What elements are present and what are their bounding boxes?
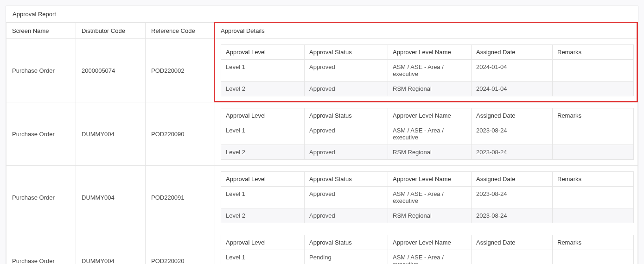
cell-approver-level-name: ASM / ASE - Area / executive bbox=[388, 123, 472, 145]
cell-assigned-date: 2024-01-04 bbox=[472, 82, 553, 96]
approval-details-table: Approval LevelApproval StatusApprover Le… bbox=[221, 171, 634, 223]
approval-details-table: Approval LevelApproval StatusApprover Le… bbox=[221, 108, 634, 160]
approver-level-name-header: Approver Level Name bbox=[388, 45, 472, 60]
detail-row: Level 1ApprovedASM / ASE - Area / execut… bbox=[221, 60, 634, 82]
approval-status-header: Approval Status bbox=[305, 108, 388, 123]
cell-approval-status: Approved bbox=[305, 82, 388, 96]
detail-row: Level 2ApprovedRSM Regional2023-08-24 bbox=[221, 208, 634, 223]
cell-assigned-date: 2023-08-24 bbox=[472, 187, 553, 208]
cell-distributor-code: DUMMY004 bbox=[76, 166, 146, 229]
cell-remarks bbox=[553, 145, 634, 160]
cell-approval-level: Level 2 bbox=[221, 145, 305, 160]
cell-reference-code: POD220091 bbox=[146, 166, 215, 229]
cell-approval-status: Pending bbox=[305, 250, 388, 264]
cell-approval-level: Level 2 bbox=[221, 208, 305, 223]
cell-approval-level: Level 2 bbox=[221, 82, 305, 96]
cell-approval-level: Level 1 bbox=[221, 123, 305, 145]
cell-approval-status: Approved bbox=[305, 187, 388, 208]
cell-approver-level-name: RSM Regional bbox=[388, 145, 472, 160]
cell-approval-status: Approved bbox=[305, 60, 388, 82]
remarks-header: Remarks bbox=[553, 172, 634, 187]
assigned-date-header: Assigned Date bbox=[472, 235, 553, 250]
assigned-date-header: Assigned Date bbox=[472, 172, 553, 187]
table-row: Purchase OrderDUMMY004POD220020Approval … bbox=[6, 229, 638, 264]
report-panel: Approval Report Screen Name Distributor … bbox=[6, 6, 638, 264]
table-row: Purchase OrderDUMMY004POD220091Approval … bbox=[6, 166, 638, 229]
table-row: Purchase Order2000005074POD220002Approva… bbox=[6, 39, 638, 102]
cell-remarks bbox=[553, 187, 634, 208]
cell-approval-level: Level 1 bbox=[221, 187, 305, 208]
approval-level-header: Approval Level bbox=[221, 45, 305, 60]
detail-row: Level 2ApprovedRSM Regional2024-01-04 bbox=[221, 82, 634, 96]
approval-details-table: Approval LevelApproval StatusApprover Le… bbox=[221, 235, 634, 264]
cell-screen-name: Purchase Order bbox=[6, 102, 76, 166]
cell-screen-name: Purchase Order bbox=[6, 39, 76, 102]
cell-approval-status: Approved bbox=[305, 123, 388, 145]
assigned-date-header: Assigned Date bbox=[472, 45, 553, 60]
col-header-screen-name: Screen Name bbox=[6, 23, 76, 39]
cell-distributor-code: DUMMY004 bbox=[76, 102, 146, 166]
cell-approval-level: Level 1 bbox=[221, 250, 305, 264]
cell-reference-code: POD220002 bbox=[146, 39, 215, 102]
remarks-header: Remarks bbox=[553, 108, 634, 123]
approver-level-name-header: Approver Level Name bbox=[388, 108, 472, 123]
table-row: Purchase OrderDUMMY004POD220090Approval … bbox=[6, 102, 638, 166]
remarks-header: Remarks bbox=[553, 235, 634, 250]
cell-assigned-date: 2023-08-24 bbox=[472, 123, 553, 145]
cell-distributor-code: 2000005074 bbox=[76, 39, 146, 102]
col-header-reference-code: Reference Code bbox=[146, 23, 215, 39]
remarks-header: Remarks bbox=[553, 45, 634, 60]
approval-level-header: Approval Level bbox=[221, 172, 305, 187]
report-container: Approval Report Screen Name Distributor … bbox=[6, 6, 638, 264]
cell-distributor-code: DUMMY004 bbox=[76, 229, 146, 264]
cell-remarks bbox=[553, 60, 634, 82]
cell-approval-details: Approval LevelApproval StatusApprover Le… bbox=[215, 39, 638, 102]
cell-approval-details: Approval LevelApproval StatusApprover Le… bbox=[215, 102, 638, 166]
cell-screen-name: Purchase Order bbox=[6, 166, 76, 229]
cell-remarks bbox=[553, 82, 634, 96]
cell-reference-code: POD220090 bbox=[146, 102, 215, 166]
approval-level-header: Approval Level bbox=[221, 108, 305, 123]
cell-approval-status: Approved bbox=[305, 145, 388, 160]
col-header-distributor-code: Distributor Code bbox=[76, 23, 146, 39]
detail-row: Level 1ApprovedASM / ASE - Area / execut… bbox=[221, 123, 634, 145]
detail-row: Level 2ApprovedRSM Regional2023-08-24 bbox=[221, 145, 634, 160]
approval-report-table: Screen Name Distributor Code Reference C… bbox=[6, 23, 638, 264]
approval-status-header: Approval Status bbox=[305, 45, 388, 60]
cell-approval-details: Approval LevelApproval StatusApprover Le… bbox=[215, 229, 638, 264]
cell-assigned-date: 2023-08-24 bbox=[472, 208, 553, 223]
cell-assigned-date: 2023-08-24 bbox=[472, 145, 553, 160]
approval-status-header: Approval Status bbox=[305, 172, 388, 187]
cell-approval-level: Level 1 bbox=[221, 60, 305, 82]
approval-level-header: Approval Level bbox=[221, 235, 305, 250]
cell-assigned-date: 2024-01-04 bbox=[472, 60, 553, 82]
cell-approver-level-name: RSM Regional bbox=[388, 208, 472, 223]
cell-remarks bbox=[553, 208, 634, 223]
cell-screen-name: Purchase Order bbox=[6, 229, 76, 264]
approval-status-header: Approval Status bbox=[305, 235, 388, 250]
approver-level-name-header: Approver Level Name bbox=[388, 172, 472, 187]
assigned-date-header: Assigned Date bbox=[472, 108, 553, 123]
cell-reference-code: POD220020 bbox=[146, 229, 215, 264]
cell-approver-level-name: ASM / ASE - Area / executive bbox=[388, 250, 472, 264]
detail-row: Level 1PendingASM / ASE - Area / executi… bbox=[221, 250, 634, 264]
cell-approval-details: Approval LevelApproval StatusApprover Le… bbox=[215, 166, 638, 229]
cell-remarks bbox=[553, 250, 634, 264]
cell-approver-level-name: RSM Regional bbox=[388, 82, 472, 96]
cell-remarks bbox=[553, 123, 634, 145]
approver-level-name-header: Approver Level Name bbox=[388, 235, 472, 250]
col-header-approval-details: Approval Details bbox=[215, 23, 638, 39]
cell-approver-level-name: ASM / ASE - Area / executive bbox=[388, 60, 472, 82]
cell-approval-status: Approved bbox=[305, 208, 388, 223]
cell-assigned-date bbox=[472, 250, 553, 264]
cell-approver-level-name: ASM / ASE - Area / executive bbox=[388, 187, 472, 208]
report-title: Approval Report bbox=[6, 6, 638, 23]
detail-row: Level 1ApprovedASM / ASE - Area / execut… bbox=[221, 187, 634, 208]
approval-details-table: Approval LevelApproval StatusApprover Le… bbox=[221, 44, 634, 96]
